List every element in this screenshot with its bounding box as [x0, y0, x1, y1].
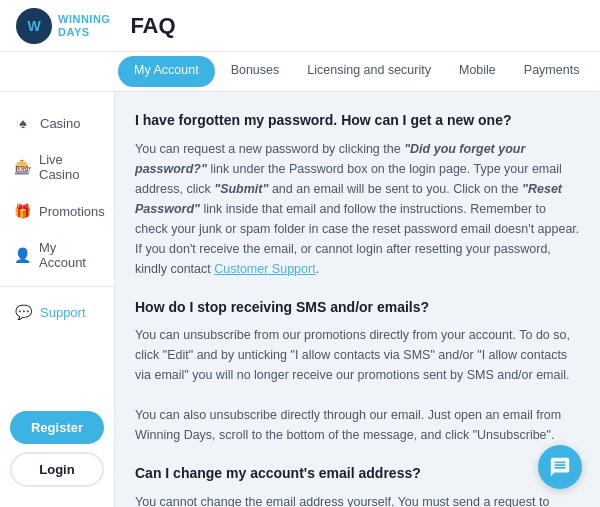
faq-content: I have forgotten my password. How can I … [115, 92, 600, 507]
promotions-icon: 🎁 [14, 202, 31, 220]
faq-section-1: I have forgotten my password. How can I … [135, 110, 580, 279]
support-icon: 💬 [14, 303, 32, 321]
faq-question-1: I have forgotten my password. How can I … [135, 110, 580, 132]
sidebar-label-my-account: My Account [39, 240, 100, 270]
sidebar-item-live-casino[interactable]: 🎰 Live Casino [0, 142, 114, 192]
tab-bar: My Account Bonuses Licensing and securit… [0, 52, 600, 92]
tab-payments[interactable]: Payments [510, 53, 594, 90]
register-button[interactable]: Register [10, 411, 104, 444]
sidebar-item-casino[interactable]: ♠ Casino [0, 104, 114, 142]
logo-icon: W [16, 8, 52, 44]
bold-text-3: "Reset Password" [135, 182, 562, 216]
tab-responsible-gaming[interactable]: Responsible Gaming [593, 53, 600, 90]
brand-name: WINNINGDAYS [58, 13, 110, 37]
live-casino-icon: 🎰 [14, 158, 31, 176]
bold-text-1: "Did you forget your password?" [135, 142, 525, 176]
sidebar: ♠ Casino 🎰 Live Casino 🎁 Promotions 👤 My… [0, 92, 115, 507]
customer-support-link-1[interactable]: Customer Support [214, 262, 315, 276]
sidebar-label-support: Support [40, 305, 86, 320]
main-layout: ♠ Casino 🎰 Live Casino 🎁 Promotions 👤 My… [0, 92, 600, 507]
my-account-icon: 👤 [14, 246, 31, 264]
sidebar-label-casino: Casino [40, 116, 80, 131]
svg-text:W: W [27, 18, 41, 34]
tab-mobile[interactable]: Mobile [445, 53, 510, 90]
tab-my-account[interactable]: My Account [118, 56, 215, 87]
casino-icon: ♠ [14, 114, 32, 132]
tab-licensing[interactable]: Licensing and security [293, 53, 445, 90]
faq-answer-3: You cannot change the email address your… [135, 492, 580, 507]
faq-answer-2: You can unsubscribe from our promotions … [135, 325, 580, 445]
sidebar-label-live-casino: Live Casino [39, 152, 100, 182]
sidebar-divider [0, 286, 114, 287]
chat-icon [549, 456, 571, 478]
bold-text-2: "Submit" [214, 182, 268, 196]
sidebar-item-my-account[interactable]: 👤 My Account [0, 230, 114, 280]
header: W WINNINGDAYS FAQ [0, 0, 600, 52]
sidebar-item-promotions[interactable]: 🎁 Promotions [0, 192, 114, 230]
tab-bonuses[interactable]: Bonuses [217, 53, 294, 90]
faq-section-2: How do I stop receiving SMS and/or email… [135, 297, 580, 446]
logo-area: W WINNINGDAYS [16, 8, 110, 44]
faq-section-3: Can I change my account's email address?… [135, 463, 580, 507]
sidebar-item-support[interactable]: 💬 Support [0, 293, 114, 331]
login-button[interactable]: Login [10, 452, 104, 487]
page-title: FAQ [130, 13, 175, 39]
faq-question-3: Can I change my account's email address? [135, 463, 580, 485]
chat-button[interactable] [538, 445, 582, 489]
faq-question-2: How do I stop receiving SMS and/or email… [135, 297, 580, 319]
sidebar-label-promotions: Promotions [39, 204, 105, 219]
faq-answer-1: You can request a new password by clicki… [135, 139, 580, 279]
